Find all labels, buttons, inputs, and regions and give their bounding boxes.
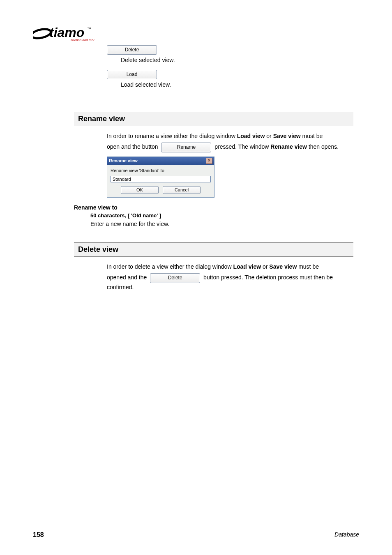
delete-button[interactable]: Delete <box>107 45 157 55</box>
text: must be <box>297 263 319 270</box>
delete-paragraph-2: opened and the Delete button pressed. Th… <box>107 273 353 291</box>
svg-text:titration and more: titration and more <box>71 38 95 42</box>
rename-button[interactable]: Rename <box>161 143 211 152</box>
delete-heading: Delete view <box>78 245 118 253</box>
ok-button[interactable]: OK <box>121 186 159 194</box>
rename-view-section: Rename view In order to rename a view ei… <box>74 112 353 228</box>
rename-dialog: Rename view × Rename view 'Standard' to … <box>107 157 214 198</box>
page-number: 158 <box>33 531 44 539</box>
bold-load-view: Load view <box>233 263 261 270</box>
dialog-titlebar: Rename view × <box>107 157 214 165</box>
rename-paragraph-2: open and the button Rename pressed. The … <box>107 143 353 152</box>
delete-button-inline[interactable]: Delete <box>150 273 200 283</box>
text: opened and the <box>107 274 148 281</box>
param-desc: Enter a new name for the view. <box>90 220 353 228</box>
load-button[interactable]: Load <box>107 70 157 79</box>
rename-heading-bar: Rename view <box>74 112 353 126</box>
svg-point-0 <box>33 28 52 40</box>
text: then opens. <box>307 144 339 150</box>
text: pressed. The window <box>213 144 270 150</box>
text: open and the button <box>107 144 159 150</box>
delete-heading-bar: Delete view <box>74 242 353 257</box>
delete-view-section: Delete view In order to delete a view ei… <box>74 242 353 291</box>
bold-save-view: Save view <box>269 263 297 270</box>
delete-paragraph: In order to delete a view either the dia… <box>107 263 353 271</box>
text: In order to rename a view either the dia… <box>107 133 237 139</box>
bold-rename-view: Rename view <box>270 144 307 150</box>
footer: 158 Database <box>33 531 359 539</box>
dialog-label: Rename view 'Standard' to <box>111 168 211 174</box>
text: In order to delete a view either the dia… <box>107 263 233 270</box>
param-title: Rename view to <box>74 203 353 212</box>
svg-text:tiamo: tiamo <box>49 25 84 40</box>
bold-save-view: Save view <box>273 133 301 139</box>
param-sub: 50 characters, [ 'Old name' ] <box>90 212 353 220</box>
logo-graphic: tiamo ™ titration and more <box>33 25 95 44</box>
dialog-title: Rename view <box>109 158 138 164</box>
delete-description: Delete selected view. <box>121 56 353 64</box>
top-content: Delete Delete selected view. Load Load s… <box>107 45 353 95</box>
rename-paragraph: In order to rename a view either the dia… <box>107 132 353 140</box>
text: must be <box>301 133 323 139</box>
rename-heading: Rename view <box>78 115 125 123</box>
load-description: Load selected view. <box>121 81 353 89</box>
footer-label: Database <box>334 531 359 539</box>
text: or <box>265 133 273 139</box>
text: or <box>261 263 269 270</box>
logo: tiamo ™ titration and more <box>33 25 95 44</box>
rename-param: Rename view to 50 characters, [ 'Old nam… <box>74 203 353 228</box>
close-icon[interactable]: × <box>206 158 212 164</box>
cancel-button[interactable]: Cancel <box>163 186 201 194</box>
svg-text:™: ™ <box>87 27 91 31</box>
rename-input[interactable] <box>111 176 211 182</box>
bold-load-view: Load view <box>237 133 265 139</box>
